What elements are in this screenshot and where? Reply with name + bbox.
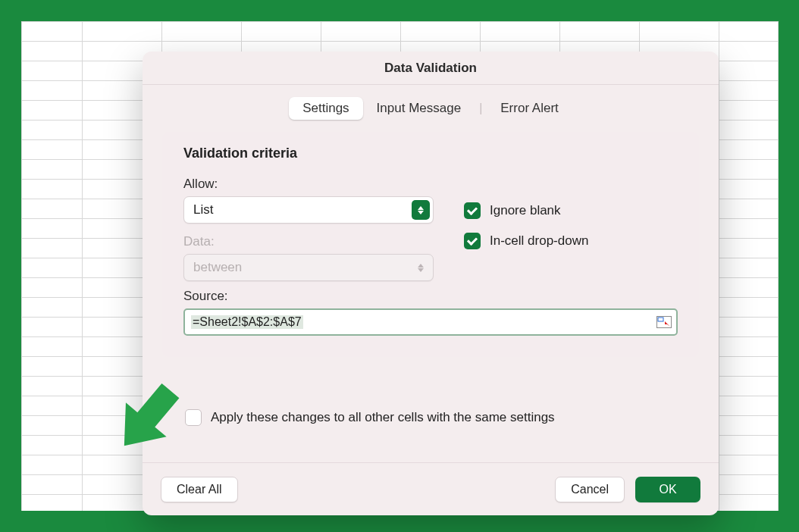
ignore-blank-checkbox[interactable] — [464, 202, 481, 219]
range-picker-icon[interactable] — [656, 316, 672, 328]
dialog-footer: Clear All Cancel OK — [143, 462, 719, 515]
updown-icon — [412, 200, 430, 220]
updown-icon — [412, 258, 430, 277]
dialog-title: Data Validation — [143, 52, 719, 85]
validation-criteria-label: Validation criteria — [183, 146, 678, 161]
svg-marker-2 — [104, 374, 191, 462]
tab-input-message[interactable]: Input Message — [363, 97, 475, 120]
source-label: Source: — [183, 289, 678, 304]
data-select: between — [183, 254, 434, 281]
allow-label: Allow: — [183, 177, 434, 192]
apply-all-row: Apply these changes to all other cells w… — [185, 409, 555, 426]
tab-error-alert[interactable]: Error Alert — [487, 97, 572, 120]
data-value: between — [193, 260, 242, 275]
tab-separator: | — [475, 102, 487, 115]
ok-button[interactable]: OK — [635, 477, 700, 502]
source-value: =Sheet2!$A$2:$A$7 — [191, 315, 303, 329]
dialog-tabs: Settings Input Message | Error Alert — [143, 85, 719, 124]
clear-all-button[interactable]: Clear All — [161, 477, 238, 502]
svg-rect-0 — [657, 317, 672, 328]
tab-settings[interactable]: Settings — [289, 97, 362, 120]
settings-panel: Validation criteria Allow: List Data: be… — [162, 132, 699, 357]
data-validation-dialog: Data Validation Settings Input Message |… — [143, 52, 719, 515]
callout-arrow-icon — [103, 371, 194, 462]
ignore-blank-label: Ignore blank — [490, 203, 561, 218]
cancel-button[interactable]: Cancel — [555, 477, 625, 502]
spreadsheet-background: Data Validation Settings Input Message |… — [21, 21, 778, 511]
check-icon — [467, 235, 478, 246]
allow-value: List — [193, 202, 213, 217]
allow-select[interactable]: List — [183, 196, 434, 224]
source-input[interactable]: =Sheet2!$A$2:$A$7 — [183, 308, 678, 336]
check-icon — [467, 205, 478, 215]
in-cell-dropdown-label: In-cell drop-down — [490, 233, 588, 249]
data-label: Data: — [183, 234, 434, 249]
apply-all-label: Apply these changes to all other cells w… — [211, 410, 555, 425]
in-cell-dropdown-checkbox[interactable] — [464, 233, 481, 249]
